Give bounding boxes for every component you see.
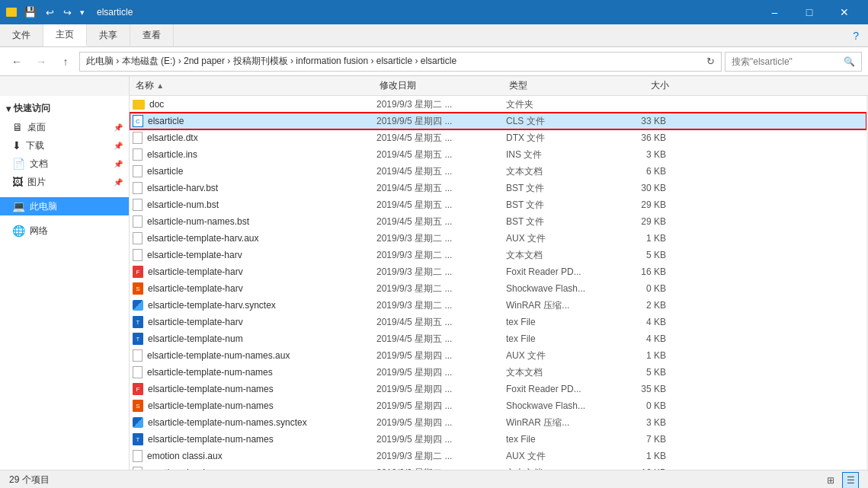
file-name: elsarticle-template-harv.synctex — [148, 300, 276, 311]
close-button[interactable]: ✕ — [827, 0, 862, 24]
search-icon[interactable]: 🔍 — [844, 56, 855, 67]
file-date: 2019/4/5 星期五 ... — [376, 148, 506, 161]
table-row[interactable]: elsarticle-template-num-names.synctex 20… — [130, 414, 866, 431]
network-icon: 🌐 — [12, 225, 25, 237]
file-date: 2019/9/3 星期二 ... — [376, 467, 506, 470]
table-row[interactable]: elsarticle.dtx 2019/4/5 星期五 ... DTX 文件 3… — [130, 129, 866, 146]
maximize-button[interactable]: □ — [792, 0, 827, 24]
pin-icon-pics[interactable]: 📌 — [114, 178, 123, 187]
file-date: 2019/9/3 星期二 ... — [376, 282, 506, 295]
sidebar-item-pics[interactable]: 🖼 图片 📌 — [0, 173, 129, 191]
file-date: 2019/4/5 星期五 ... — [376, 199, 506, 212]
search-input[interactable] — [732, 56, 841, 67]
sidebar-item-thispc[interactable]: 💻 此电脑 — [0, 197, 129, 215]
table-row[interactable]: S elsarticle-template-harv 2019/9/3 星期二 … — [130, 280, 866, 297]
sidebar-item-desktop[interactable]: 🖥 桌面 📌 — [0, 118, 129, 136]
docs-icon: 📄 — [12, 158, 25, 170]
table-row[interactable]: elsarticle-template-harv.aux 2019/9/3 星期… — [130, 230, 866, 247]
file-name: elsarticle — [148, 116, 184, 126]
file-size: 6 KB — [605, 166, 666, 177]
forward-button[interactable]: → — [30, 51, 52, 72]
file-size: 1 KB — [605, 233, 666, 244]
download-icon: ⬇ — [12, 139, 21, 152]
pin-icon-download[interactable]: 📌 — [114, 142, 123, 150]
table-row[interactable]: emotion classi 2019/9/3 星期二 ... 文本文档 16 … — [130, 464, 866, 470]
up-button[interactable]: ↑ — [55, 51, 76, 72]
table-row[interactable]: T elsarticle-template-harv 2019/4/5 星期五 … — [130, 314, 866, 330]
pin-icon-docs[interactable]: 📌 — [114, 160, 123, 168]
col-header-size[interactable]: 大小 — [608, 79, 669, 92]
pin-icon-desktop[interactable]: 📌 — [114, 123, 123, 132]
table-row[interactable]: elsarticle 2019/4/5 星期五 ... 文本文档 6 KB — [130, 163, 866, 180]
table-row[interactable]: elsarticle-num-names.bst 2019/4/5 星期五 ..… — [130, 213, 866, 230]
file-name: emotion classi — [147, 467, 205, 470]
file-name: elsarticle-template-harv — [147, 250, 242, 260]
table-row[interactable]: F elsarticle-template-num-names 2019/9/5… — [130, 381, 866, 397]
title-bar-left: 💾 ↩ ↪ ▾ elsarticle — [6, 6, 133, 18]
back-button[interactable]: ← — [6, 51, 27, 72]
file-type: Shockwave Flash... — [506, 400, 605, 411]
swf-icon: S — [133, 400, 143, 412]
table-row[interactable]: doc 2019/9/3 星期二 ... 文件夹 — [130, 96, 866, 113]
table-row[interactable]: emotion classi.aux 2019/9/3 星期二 ... AUX … — [130, 448, 866, 464]
file-size: 1 KB — [605, 451, 666, 461]
quick-save[interactable]: 💾 — [21, 6, 39, 18]
quick-access-label: 快速访问 — [14, 102, 50, 115]
col-header-type[interactable]: 类型 — [509, 79, 608, 92]
file-list-container[interactable]: doc 2019/9/3 星期二 ... 文件夹 C elsarticle 20… — [130, 96, 866, 470]
table-row[interactable]: elsarticle.ins 2019/4/5 星期五 ... INS 文件 3… — [130, 146, 866, 163]
view-list-button[interactable]: ⊞ — [822, 472, 839, 489]
quick-undo[interactable]: ↩ — [43, 7, 56, 18]
file-name: elsarticle-harv.bst — [147, 183, 218, 193]
sidebar-item-network[interactable]: 🌐 网络 — [0, 222, 129, 240]
window-controls: ‒ □ ✕ — [757, 0, 862, 24]
help-button[interactable]: ? — [844, 24, 868, 46]
file-name: elsarticle-template-harv.aux — [147, 233, 259, 244]
table-row[interactable]: S elsarticle-template-num-names 2019/9/5… — [130, 397, 866, 414]
view-details-button[interactable]: ☰ — [842, 472, 859, 489]
table-row[interactable]: elsarticle-template-num-names 2019/9/5 星… — [130, 364, 866, 381]
quick-redo[interactable]: ↪ — [61, 7, 74, 18]
minimize-button[interactable]: ‒ — [757, 0, 792, 24]
file-size: 4 KB — [605, 317, 666, 327]
file-name: elsarticle — [147, 166, 183, 177]
refresh-icon[interactable]: ↻ — [706, 56, 715, 67]
item-count: 29 个项目 — [9, 474, 50, 486]
address-path[interactable]: 此电脑 › 本地磁盘 (E:) › 2nd paper › 投稿期刊模板 › i… — [79, 52, 722, 72]
tex-icon: T — [133, 333, 143, 345]
tab-file[interactable]: 文件 — [0, 24, 43, 46]
tab-share[interactable]: 共享 — [87, 24, 130, 46]
file-size: 36 KB — [605, 132, 666, 143]
table-row[interactable]: C elsarticle 2019/9/5 星期四 ... CLS 文件 33 … — [130, 113, 866, 129]
table-row[interactable]: elsarticle-template-harv.synctex 2019/9/… — [130, 297, 866, 314]
file-date: 2019/9/3 星期二 ... — [376, 232, 506, 245]
table-row[interactable]: elsarticle-template-num-names.aux 2019/9… — [130, 347, 866, 364]
file-type: Shockwave Flash... — [506, 283, 605, 294]
sidebar-label-download: 下载 — [26, 139, 44, 152]
table-row[interactable]: elsarticle-num.bst 2019/4/5 星期五 ... BST … — [130, 196, 866, 213]
table-row[interactable]: T elsarticle-template-num-names 2019/9/5… — [130, 431, 866, 448]
file-icon — [133, 148, 143, 161]
tab-view[interactable]: 查看 — [130, 24, 174, 46]
col-header-date[interactable]: 修改日期 — [380, 79, 509, 92]
table-row[interactable]: T elsarticle-template-num 2019/4/5 星期五 .… — [130, 330, 866, 347]
file-size: 0 KB — [605, 283, 666, 294]
main-layout: ▾ 快速访问 🖥 桌面 📌 ⬇ 下载 📌 📄 文档 📌 🖼 图片 � — [0, 96, 868, 470]
table-row[interactable]: elsarticle-harv.bst 2019/4/5 星期五 ... BST… — [130, 180, 866, 196]
tab-home[interactable]: 主页 — [43, 24, 87, 46]
quick-access-header[interactable]: ▾ 快速访问 — [0, 99, 129, 118]
this-pc-section: 💻 此电脑 — [0, 194, 129, 218]
file-icon — [133, 132, 143, 144]
table-row[interactable]: elsarticle-template-harv 2019/9/3 星期二 ..… — [130, 247, 866, 263]
quick-more[interactable]: ▾ — [78, 8, 86, 18]
sidebar-item-docs[interactable]: 📄 文档 📌 — [0, 155, 129, 173]
file-name: elsarticle-template-num-names.aux — [147, 350, 290, 361]
table-row[interactable]: F elsarticle-template-harv 2019/9/3 星期二 … — [130, 263, 866, 280]
file-type: AUX 文件 — [506, 349, 605, 362]
file-icon — [133, 349, 143, 362]
sidebar-item-download[interactable]: ⬇ 下载 📌 — [0, 136, 129, 155]
file-name: elsarticle-template-num-names — [148, 400, 274, 411]
file-size: 16 KB — [605, 467, 666, 470]
col-header-name[interactable]: 名称 ▲ — [136, 79, 380, 92]
column-headers-row: 名称 ▲ 修改日期 类型 大小 — [0, 76, 868, 96]
